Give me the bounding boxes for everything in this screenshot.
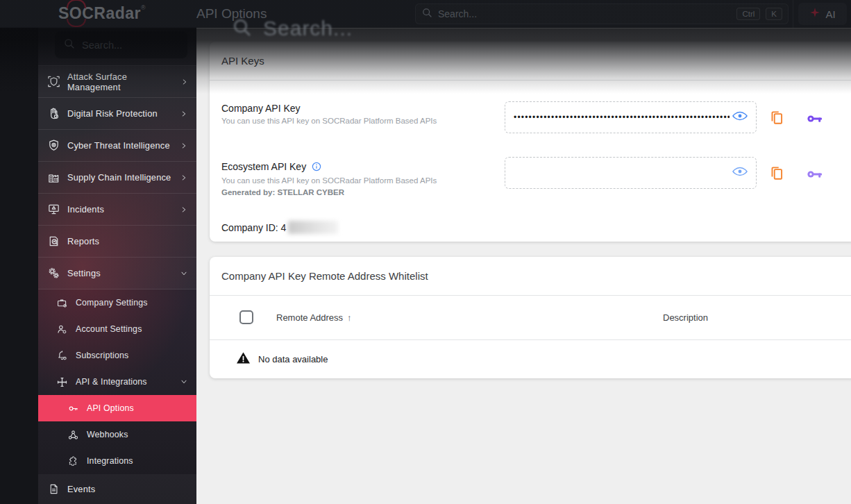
info-icon[interactable] — [312, 162, 321, 174]
search-icon — [63, 37, 75, 52]
api-keys-card: API Keys Company API Key You can use thi… — [210, 42, 851, 242]
select-all-checkbox[interactable] — [239, 310, 253, 324]
page-title: API Options — [196, 6, 267, 22]
whitelist-card-title: Company API Key Remote Address Whitelist — [210, 257, 851, 296]
sparkle-icon — [809, 7, 820, 21]
puzzle-icon — [66, 454, 80, 468]
chevron-right-icon — [178, 108, 189, 119]
main-content: API Keys Company API Key You can use thi… — [196, 28, 851, 504]
chevron-right-icon — [178, 172, 189, 183]
warning-icon — [236, 351, 251, 367]
kbd-ctrl: Ctrl — [736, 8, 760, 20]
socradar-app: SOCRadar® API Options Search... Ctrl K A… — [0, 0, 851, 504]
api-cross-icon — [55, 375, 69, 389]
sidebar-search-input[interactable]: Search... — [54, 31, 188, 59]
logo-radar-icon: O — [69, 4, 82, 23]
search-placeholder: Search... — [438, 8, 731, 19]
reveal-eye-icon[interactable] — [730, 165, 750, 181]
monitor-alert-icon — [47, 203, 60, 217]
copy-icon[interactable] — [768, 164, 786, 182]
sidebar-item-webhooks[interactable]: Webhooks — [38, 421, 196, 448]
whitelist-table-header: Remote Address ↑ Description — [210, 294, 851, 340]
gears-icon — [47, 267, 60, 280]
sidebar-item-cyber-threat-intelligence[interactable]: Cyber Threat Intelligence — [38, 130, 196, 162]
briefcase-icon — [55, 296, 69, 310]
api-key-icon[interactable] — [807, 110, 825, 128]
top-header: SOCRadar® API Options Search... Ctrl K A… — [0, 0, 851, 28]
sidebar-item-integrations[interactable]: Integrations — [38, 448, 196, 474]
document-icon — [47, 482, 60, 496]
reveal-eye-icon[interactable] — [730, 110, 750, 126]
user-gear-icon — [55, 322, 69, 336]
bell-icon — [55, 348, 69, 362]
sidebar-item-api-integrations[interactable]: API & Integrations — [38, 369, 196, 395]
masked-api-key: ••••••••••••••••••••••••••••••••••••••••… — [514, 112, 730, 122]
webhook-icon — [66, 428, 80, 442]
chevron-down-icon — [178, 376, 189, 387]
chevron-down-icon — [178, 268, 189, 279]
header-divider — [793, 0, 793, 28]
shield-scan-icon — [47, 75, 60, 89]
hand-icon — [47, 107, 60, 121]
ecosystem-api-key-label-block: Ecosystem API Key You can use this API k… — [221, 161, 492, 196]
search-icon — [421, 7, 432, 21]
chevron-right-icon — [178, 204, 189, 215]
sidebar-item-account-settings[interactable]: Account Settings — [38, 316, 196, 342]
company-id-label: Company ID: 4 — [221, 222, 286, 233]
sidebar-nav: Attack Surface Management Digital Risk P… — [38, 65, 196, 504]
company-api-key-field[interactable]: ••••••••••••••••••••••••••••••••••••••••… — [505, 101, 757, 133]
ai-assistant-button[interactable]: AI — [798, 3, 847, 25]
column-description: Description — [663, 312, 708, 323]
empty-message: No data available — [258, 354, 328, 364]
sidebar-item-subscriptions[interactable]: Subscriptions — [38, 342, 196, 369]
sidebar-item-reports[interactable]: Reports — [38, 226, 196, 258]
sidebar: Search... Attack Surface Management Digi… — [38, 28, 196, 504]
api-keys-card-title: API Keys — [210, 42, 851, 81]
factory-icon — [47, 171, 60, 185]
sidebar-item-events[interactable]: Events — [38, 474, 196, 504]
company-api-key-label: Company API Key — [221, 103, 492, 114]
generated-by-label: Generated by: STELLAR CYBER — [221, 188, 492, 196]
sidebar-item-supply-chain-intelligence[interactable]: Supply Chain Intelligence — [38, 162, 196, 194]
key-icon — [66, 401, 80, 415]
socradar-logo[interactable]: SOCRadar® — [58, 4, 146, 23]
sidebar-item-attack-surface-management[interactable]: Attack Surface Management — [38, 66, 196, 98]
ecosystem-api-key-label: Ecosystem API Key — [221, 161, 492, 174]
sidebar-item-incidents[interactable]: Incidents — [38, 194, 196, 226]
chevron-right-icon — [179, 76, 189, 87]
report-icon — [47, 235, 60, 249]
chevron-right-icon — [178, 140, 189, 151]
ai-label: AI — [825, 8, 835, 20]
ecosystem-api-key-field[interactable] — [505, 157, 757, 189]
whitelist-empty-row: No data available — [210, 340, 851, 378]
shield-eye-icon — [47, 139, 60, 153]
copy-icon[interactable] — [768, 108, 786, 126]
redacted-company-id — [288, 221, 338, 234]
sidebar-item-company-settings[interactable]: Company Settings — [38, 289, 196, 316]
sidebar-item-settings[interactable]: Settings — [38, 258, 196, 289]
company-id-row: Company ID: 4 — [221, 221, 851, 234]
kbd-k: K — [766, 8, 782, 20]
sort-asc-icon: ↑ — [347, 312, 352, 323]
whitelist-card: Company API Key Remote Address Whitelist… — [210, 257, 851, 378]
sidebar-item-api-options[interactable]: API Options — [38, 395, 196, 421]
sidebar-item-digital-risk-protection[interactable]: Digital Risk Protection — [38, 98, 196, 130]
company-api-key-label-block: Company API Key You can use this API key… — [221, 103, 492, 125]
column-remote-address[interactable]: Remote Address ↑ — [276, 312, 352, 323]
global-search-input[interactable]: Search... Ctrl K — [415, 3, 789, 24]
api-key-icon[interactable] — [807, 165, 825, 183]
